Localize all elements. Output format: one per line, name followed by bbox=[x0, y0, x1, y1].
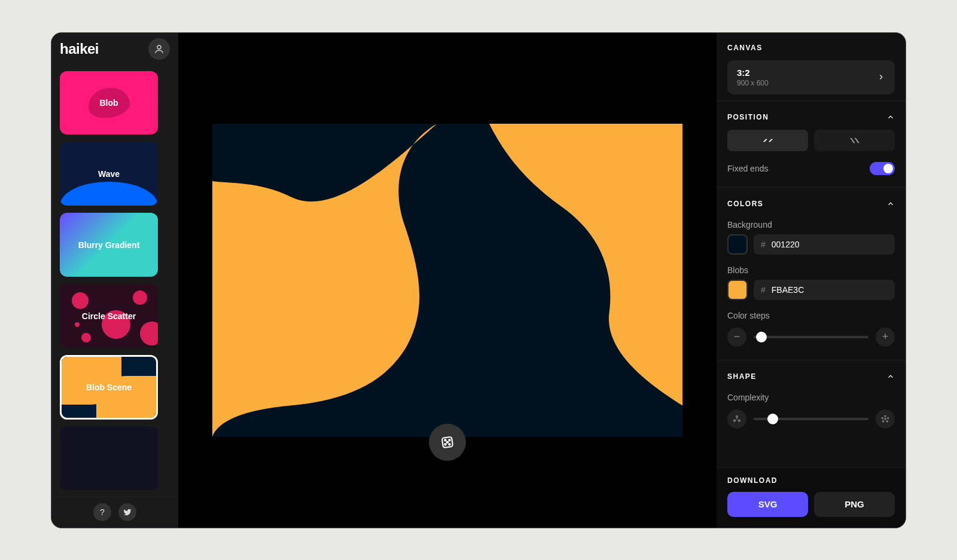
randomize-button[interactable] bbox=[429, 424, 466, 461]
background-hex-input[interactable]: #001220 bbox=[754, 234, 895, 255]
svg-point-11 bbox=[885, 415, 886, 417]
svg-point-14 bbox=[883, 421, 884, 422]
fixed-ends-toggle[interactable] bbox=[870, 162, 895, 175]
svg-point-0 bbox=[157, 45, 161, 49]
background-color-label: Background bbox=[717, 216, 906, 234]
properties-scroll[interactable]: CANVAS 3:2 900 x 600 POSITION bbox=[717, 33, 906, 467]
user-icon[interactable] bbox=[148, 38, 170, 60]
blobs-color-row: #FBAE3C bbox=[717, 280, 906, 307]
generator-list[interactable]: Blob Wave Blurry Gradient Circle Scatter… bbox=[51, 65, 178, 497]
colors-section-header[interactable]: COLORS bbox=[717, 189, 906, 216]
complexity-slider-row bbox=[717, 407, 906, 439]
blobs-color-label: Blobs bbox=[717, 262, 906, 280]
svg-point-5 bbox=[447, 441, 448, 442]
fixed-ends-row: Fixed ends bbox=[717, 160, 906, 185]
complexity-slider[interactable] bbox=[754, 418, 868, 420]
app-window: haikei Blob Wave Blurry Gradient Circle … bbox=[51, 32, 906, 528]
position-variant-1[interactable] bbox=[727, 130, 808, 151]
color-steps-label: Color steps bbox=[717, 307, 906, 325]
minus-button[interactable]: − bbox=[727, 328, 746, 347]
svg-point-6 bbox=[444, 443, 446, 445]
generator-wave[interactable]: Wave bbox=[60, 142, 158, 206]
canvas[interactable] bbox=[212, 124, 682, 437]
chevron-up-icon bbox=[886, 113, 895, 121]
generator-next[interactable] bbox=[60, 427, 158, 491]
fixed-ends-label: Fixed ends bbox=[727, 164, 768, 173]
blobs-swatch[interactable] bbox=[727, 280, 748, 300]
right-panel: CANVAS 3:2 900 x 600 POSITION bbox=[717, 33, 906, 528]
complexity-high-icon[interactable] bbox=[876, 409, 895, 429]
color-steps-slider-row: − + bbox=[717, 325, 906, 357]
svg-point-13 bbox=[888, 417, 889, 418]
bottom-bar: ? bbox=[51, 497, 178, 528]
chevron-right-icon bbox=[877, 73, 885, 81]
svg-point-12 bbox=[882, 417, 883, 418]
download-title: DOWNLOAD bbox=[727, 476, 895, 485]
color-steps-slider[interactable] bbox=[754, 336, 868, 338]
twitter-icon[interactable] bbox=[118, 503, 136, 521]
svg-point-9 bbox=[734, 420, 736, 421]
background-swatch[interactable] bbox=[727, 234, 748, 255]
background-color-row: #001220 bbox=[717, 234, 906, 262]
plus-button[interactable]: + bbox=[876, 328, 895, 347]
complexity-label: Complexity bbox=[717, 389, 906, 407]
app-logo: haikei bbox=[60, 41, 148, 57]
chevron-up-icon bbox=[886, 200, 895, 208]
left-sidebar: haikei Blob Wave Blurry Gradient Circle … bbox=[51, 33, 178, 528]
svg-point-3 bbox=[444, 439, 446, 440]
svg-point-10 bbox=[739, 420, 740, 421]
top-bar: haikei bbox=[51, 33, 178, 65]
chevron-up-icon bbox=[886, 372, 895, 381]
shape-section-header[interactable]: SHAPE bbox=[717, 362, 906, 389]
svg-point-8 bbox=[736, 415, 738, 417]
position-variant-toggle bbox=[717, 130, 906, 160]
complexity-low-icon[interactable] bbox=[727, 409, 746, 429]
download-svg-button[interactable]: SVG bbox=[727, 492, 808, 517]
canvas-area bbox=[178, 33, 717, 528]
position-section-header[interactable]: POSITION bbox=[717, 102, 906, 130]
help-icon[interactable]: ? bbox=[93, 503, 111, 521]
canvas-dimensions: 900 x 600 bbox=[737, 79, 769, 87]
svg-point-15 bbox=[886, 421, 888, 422]
position-variant-2[interactable] bbox=[814, 130, 895, 151]
canvas-section-header: CANVAS bbox=[717, 33, 906, 60]
download-png-button[interactable]: PNG bbox=[814, 492, 895, 517]
svg-point-4 bbox=[449, 439, 450, 440]
canvas-size-button[interactable]: 3:2 900 x 600 bbox=[727, 60, 895, 94]
svg-point-16 bbox=[885, 418, 886, 420]
generator-blob[interactable]: Blob bbox=[60, 71, 158, 135]
generator-circle-scatter[interactable]: Circle Scatter bbox=[60, 284, 158, 348]
download-section: DOWNLOAD SVG PNG bbox=[717, 467, 906, 528]
generator-blurry-gradient[interactable]: Blurry Gradient bbox=[60, 213, 158, 277]
canvas-ratio: 3:2 bbox=[737, 68, 769, 78]
generator-blob-scene[interactable]: Blob Scene bbox=[60, 355, 158, 419]
blobs-hex-input[interactable]: #FBAE3C bbox=[754, 280, 895, 300]
svg-point-7 bbox=[449, 443, 450, 445]
